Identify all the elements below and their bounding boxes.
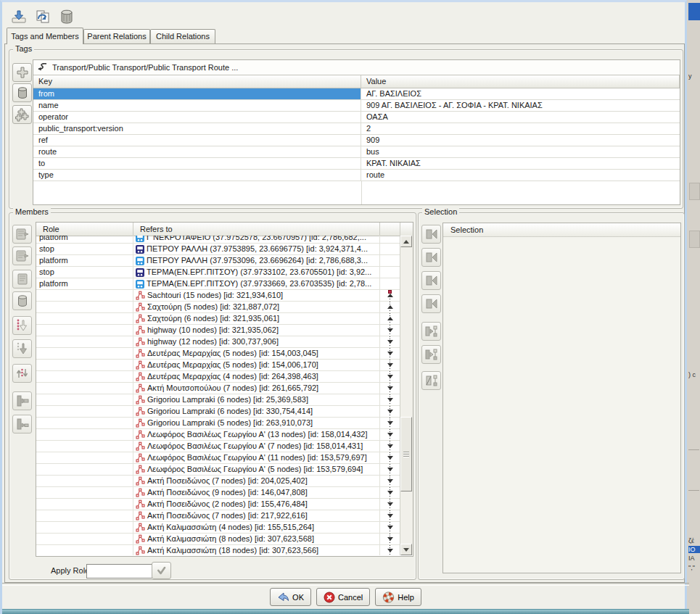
member-row[interactable]: platformΓ ΝΕΚΡΟΤΑΦΕΙΟ (37.9752578, 23.66… (36, 236, 400, 244)
tag-value-cell[interactable]: 909 ΑΓ. ΒΑΣΙΛΕΙΟΣ - ΑΓ. ΣΟΦΙΑ - ΚΡΑΤ. ΝΙ… (361, 100, 680, 112)
add-selected-after-member-button[interactable] (421, 345, 441, 364)
member-row[interactable]: Λεωφόρος Βασιλέως Γεωργίου Α' (5 nodes) … (36, 464, 400, 476)
reverse-members-button[interactable] (12, 364, 32, 383)
add-tag-from-preset-button[interactable] (12, 105, 32, 124)
tag-key-cell[interactable]: name (33, 100, 361, 112)
tag-value-cell[interactable]: ΚΡΑΤ. ΝΙΚΑΙΑΣ (361, 158, 680, 170)
delete-relation-button[interactable] (56, 7, 78, 27)
members-column-refers-to[interactable]: Refers to (133, 223, 380, 236)
member-role-cell[interactable] (36, 452, 133, 464)
move-members-down-button[interactable] (12, 339, 32, 358)
tag-value-cell[interactable]: 2 (361, 123, 680, 135)
member-refers-cell[interactable]: Ακτή Ποσειδώνος (9 nodes) [id: 146,047,8… (133, 487, 380, 499)
tag-value-cell[interactable]: bus (361, 146, 680, 158)
member-role-cell[interactable] (36, 394, 133, 406)
member-role-cell[interactable] (36, 406, 133, 418)
member-role-cell[interactable] (36, 290, 133, 302)
member-row[interactable]: Ακτή Καλιμασσιώτη (18 nodes) [id: 307,62… (36, 545, 400, 555)
member-row[interactable]: Σαχτούρη (5 nodes) [id: 321,887,072] (36, 302, 400, 313)
tag-value-cell[interactable]: route (361, 170, 680, 181)
member-refers-cell[interactable]: highway (10 nodes) [id: 321,935,062] (133, 325, 380, 336)
member-role-cell[interactable] (36, 313, 133, 325)
tag-key-cell[interactable]: operator (33, 112, 361, 123)
member-row[interactable]: stopΤΕΡΜΑ(ΕΝ.ΕΡΓ.ΠΙΤΣΟΥ) (37.9733102, 23… (36, 267, 400, 278)
delete-tag-button[interactable] (12, 83, 32, 102)
member-row[interactable]: Ακτή Ποσειδώνος (9 nodes) [id: 146,047,8… (36, 487, 400, 499)
tag-key-cell[interactable]: ref (33, 135, 361, 146)
member-refers-cell[interactable]: Grigoriou Lampraki (6 nodes) [id: 25,369… (133, 394, 380, 406)
member-refers-cell[interactable]: Grigoriou Lampraki (6 nodes) [id: 330,75… (133, 406, 380, 418)
member-row[interactable]: Ακτή Καλιμασσιώτη (8 nodes) [id: 307,623… (36, 534, 400, 545)
member-row[interactable]: Grigoriou Lampraki (6 nodes) [id: 330,75… (36, 406, 400, 418)
member-row[interactable]: Σαχτούρη (6 nodes) [id: 321,935,061] (36, 313, 400, 325)
tag-key-cell[interactable]: from (33, 88, 361, 100)
member-role-cell[interactable] (36, 534, 133, 545)
duplicate-members-button[interactable] (12, 270, 32, 289)
member-role-cell[interactable] (36, 348, 133, 360)
tag-value-cell[interactable]: ΟΑΣΑ (361, 112, 680, 123)
tags-column-key[interactable]: Key (33, 75, 361, 88)
member-refers-cell[interactable]: Λεωφόρος Βασιλέως Γεωργίου Α' (7 nodes) … (133, 441, 380, 452)
download-members-button[interactable] (12, 391, 32, 410)
tags-column-value[interactable]: Value (361, 75, 680, 88)
delete-members-button[interactable] (12, 291, 32, 310)
preset-link[interactable]: Transport/Public Transport/Public Transp… (33, 60, 680, 75)
add-selected-before-member-button[interactable] (421, 322, 441, 341)
member-role-cell[interactable] (36, 325, 133, 336)
member-role-cell[interactable] (36, 476, 133, 487)
apply-changes-button[interactable] (8, 7, 30, 27)
member-refers-cell[interactable]: Grigoriou Lampraki (5 nodes) [id: 263,91… (133, 418, 380, 429)
member-row[interactable]: platformΠΕΤΡΟΥ ΡΑΛΛΗ (37.9753096, 23.669… (36, 255, 400, 267)
member-row[interactable]: Λεωφόρος Βασιλέως Γεωργίου Α' (7 nodes) … (36, 441, 400, 452)
member-row[interactable]: platformΤΕΡΜΑ(ΕΝ.ΕΡΓ.ΠΙΤΣΟΥ) (37.9733669… (36, 278, 400, 290)
member-role-cell[interactable] (36, 336, 133, 348)
cancel-button[interactable]: Cancel (316, 588, 370, 606)
member-refers-cell[interactable]: Γ ΝΕΚΡΟΤΑΦΕΙΟ (37.9752578, 23.6670957) [… (133, 236, 380, 244)
member-refers-cell[interactable]: highway (12 nodes) [id: 300,737,906] (133, 336, 380, 348)
member-row[interactable]: Ακτή Καλιμασσιώτη (4 nodes) [id: 155,515… (36, 522, 400, 534)
add-selection-before-button[interactable] (421, 248, 441, 267)
member-role-cell[interactable]: stop (36, 267, 133, 278)
member-row[interactable]: Grigoriou Lampraki (6 nodes) [id: 25,369… (36, 394, 400, 406)
member-role-cell[interactable] (36, 360, 133, 371)
member-role-cell[interactable]: platform (36, 255, 133, 267)
update-relation-button[interactable] (32, 7, 54, 27)
member-row[interactable]: highway (12 nodes) [id: 300,737,906] (36, 336, 400, 348)
member-refers-cell[interactable]: Δευτέρας Μεραρχίας (5 nodes) [id: 154,00… (133, 360, 380, 371)
member-refers-cell[interactable]: Ακτή Μουτσοπούλου (7 nodes) [id: 261,665… (133, 383, 380, 394)
add-selection-at-end-button[interactable] (421, 294, 441, 313)
tag-key-cell[interactable]: route (33, 146, 361, 158)
member-role-cell[interactable] (36, 487, 133, 499)
member-row[interactable]: Λεωφόρος Βασιλέως Γεωργίου Α' (13 nodes)… (36, 429, 400, 441)
add-tag-button[interactable] (12, 63, 32, 82)
member-row[interactable]: Ακτή Ποσειδώνος (7 nodes) [id: 204,025,4… (36, 476, 400, 487)
scrollbar-thumb[interactable] (400, 417, 412, 491)
tag-key-cell[interactable]: to (33, 158, 361, 170)
scroll-down-button[interactable] (400, 544, 412, 555)
member-refers-cell[interactable]: ΠΕΤΡΟΥ ΡΑΛΛΗ (37.9753895, 23.6696775) [i… (133, 244, 380, 255)
member-refers-cell[interactable]: Λεωφόρος Βασιλέως Γεωργίου Α' (13 nodes)… (133, 429, 380, 441)
member-refers-cell[interactable]: Ακτή Ποσειδώνος (7 nodes) [id: 217,922,6… (133, 510, 380, 522)
move-members-up-button[interactable] (12, 316, 32, 335)
member-refers-cell[interactable]: Ακτή Καλιμασσιώτη (18 nodes) [id: 307,62… (133, 545, 380, 555)
member-role-cell[interactable] (36, 383, 133, 394)
member-refers-cell[interactable]: Λεωφόρος Βασιλέως Γεωργίου Α' (11 nodes)… (133, 452, 380, 464)
member-refers-cell[interactable]: Λεωφόρος Βασιλέως Γεωργίου Α' (5 nodes) … (133, 464, 380, 476)
member-row[interactable]: Λεωφόρος Βασιλέως Γεωργίου Α' (11 nodes)… (36, 452, 400, 464)
member-role-cell[interactable] (36, 510, 133, 522)
add-selection-at-start-button[interactable] (421, 225, 441, 244)
member-refers-cell[interactable]: Sachtouri (15 nodes) [id: 321,934,610] (133, 290, 380, 302)
member-row[interactable]: Grigoriou Lampraki (5 nodes) [id: 263,91… (36, 418, 400, 429)
member-refers-cell[interactable]: Ακτή Ποσειδώνος (7 nodes) [id: 204,025,4… (133, 476, 380, 487)
member-role-cell[interactable] (36, 464, 133, 476)
member-refers-cell[interactable]: Ακτή Καλιμασσιώτη (8 nodes) [id: 307,623… (133, 534, 380, 545)
scroll-up-button[interactable] (400, 236, 412, 247)
member-refers-cell[interactable]: Σαχτούρη (5 nodes) [id: 321,887,072] (133, 302, 380, 313)
member-row[interactable]: highway (10 nodes) [id: 321,935,062] (36, 325, 400, 336)
member-role-cell[interactable]: stop (36, 244, 133, 255)
paste-members-after-button[interactable] (12, 246, 32, 265)
member-row[interactable]: Sachtouri (15 nodes) [id: 321,934,610] (36, 290, 400, 302)
member-role-cell[interactable] (36, 499, 133, 510)
remove-selected-members-button[interactable] (421, 371, 441, 390)
member-role-cell[interactable] (36, 545, 133, 555)
